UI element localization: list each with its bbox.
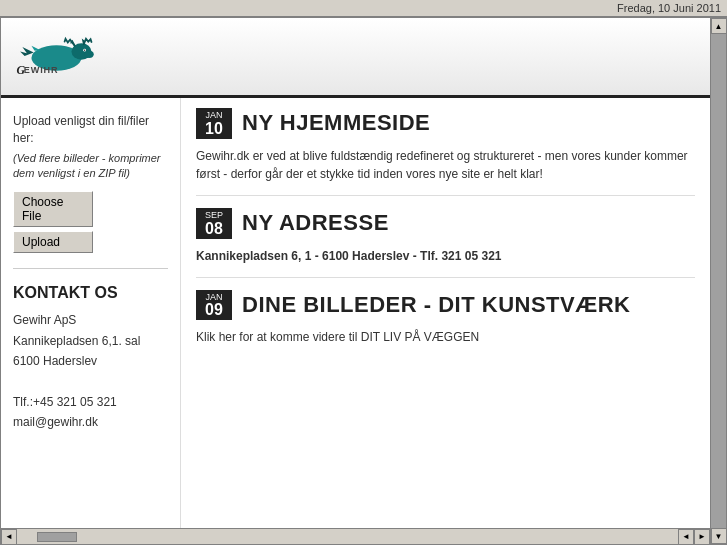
email[interactable]: mail@gewihr.dk bbox=[13, 412, 168, 432]
article-2-date: SEP 08 bbox=[196, 208, 232, 239]
horizontal-scrollbar[interactable] bbox=[17, 529, 678, 544]
svg-point-4 bbox=[84, 49, 85, 50]
scroll-right-button[interactable]: ► bbox=[694, 529, 710, 545]
scroll-down-icon: ▼ bbox=[715, 532, 723, 541]
scroll-right-icon: ► bbox=[698, 532, 706, 541]
upload-button[interactable]: Upload bbox=[13, 231, 93, 253]
article-1-title: NY HJEMMESIDE bbox=[242, 110, 430, 136]
bottom-right-buttons: ◄ ► bbox=[678, 529, 710, 545]
article-1: JAN 10 NY HJEMMESIDE Gewihr.dk er ved at… bbox=[196, 108, 695, 196]
address-line2: 6100 Haderslev bbox=[13, 351, 168, 371]
scroll-left-icon: ◄ bbox=[5, 532, 13, 541]
vertical-scrollbar: ▲ ▼ bbox=[710, 18, 726, 544]
article-2-header: SEP 08 NY ADRESSE bbox=[196, 208, 695, 239]
svg-text:EWIHR: EWIHR bbox=[24, 64, 59, 74]
site-header: G EWIHR bbox=[1, 18, 710, 98]
scroll-thumb-h[interactable] bbox=[37, 532, 77, 542]
email-link[interactable]: mail@gewihr.dk bbox=[13, 415, 98, 429]
kontakt-info: Gewihr ApS Kannikepladsen 6,1. sal 6100 … bbox=[13, 310, 168, 432]
phone: Tlf.:+45 321 05 321 bbox=[13, 392, 168, 412]
upload-label: Upload venligst din fil/filer her: bbox=[13, 113, 168, 147]
article-2-title: NY ADRESSE bbox=[242, 210, 389, 236]
browser-chrome: Fredag, 10 Juni 2011 bbox=[0, 0, 727, 17]
logo-container: G EWIHR bbox=[11, 27, 111, 87]
article-3-title: DINE BILLEDER - DIT KUNSTVÆRK bbox=[242, 292, 631, 318]
article-3-date: JAN 09 bbox=[196, 290, 232, 321]
content-area: JAN 10 NY HJEMMESIDE Gewihr.dk er ved at… bbox=[181, 98, 710, 528]
svg-point-2 bbox=[85, 50, 94, 57]
scroll-left-button[interactable]: ◄ bbox=[1, 529, 17, 545]
scroll-left-icon-2: ◄ bbox=[682, 532, 690, 541]
article-3-body[interactable]: Klik her for at komme videre til DIT LIV… bbox=[196, 328, 695, 346]
scroll-up-icon: ▲ bbox=[715, 22, 723, 31]
main-content: G EWIHR Upload venligst din fil/filer he… bbox=[1, 18, 710, 544]
article-2: SEP 08 NY ADRESSE Kannikepladsen 6, 1 - … bbox=[196, 208, 695, 278]
article-2-body: Kannikepladsen 6, 1 - 6100 Haderslev - T… bbox=[196, 247, 695, 265]
page-wrapper: G EWIHR Upload venligst din fil/filer he… bbox=[0, 17, 727, 545]
scroll-left-button-2[interactable]: ◄ bbox=[678, 529, 694, 545]
scroll-down-button[interactable]: ▼ bbox=[711, 528, 727, 544]
upload-note: (Ved flere billeder - komprimer dem venl… bbox=[13, 151, 168, 182]
bottom-bar: ◄ ◄ ► bbox=[1, 528, 710, 544]
sidebar-divider bbox=[13, 268, 168, 269]
scroll-track[interactable] bbox=[711, 34, 727, 528]
company-name: Gewihr ApS bbox=[13, 310, 168, 330]
kontakt-heading: KONTAKT OS bbox=[13, 284, 168, 302]
choose-file-button[interactable]: Choose File bbox=[13, 191, 93, 227]
article-1-date: JAN 10 bbox=[196, 108, 232, 139]
body-layout: Upload venligst din fil/filer her: (Ved … bbox=[1, 98, 710, 528]
address-line1: Kannikepladsen 6,1. sal bbox=[13, 331, 168, 351]
article-3: JAN 09 DINE BILLEDER - DIT KUNSTVÆRK Kli… bbox=[196, 290, 695, 359]
scroll-up-button[interactable]: ▲ bbox=[711, 18, 727, 34]
date-display: Fredag, 10 Juni 2011 bbox=[617, 2, 721, 14]
article-3-header: JAN 09 DINE BILLEDER - DIT KUNSTVÆRK bbox=[196, 290, 695, 321]
article-1-header: JAN 10 NY HJEMMESIDE bbox=[196, 108, 695, 139]
logo-svg: G EWIHR bbox=[11, 27, 111, 87]
article-1-body: Gewihr.dk er ved at blive fuldstændig re… bbox=[196, 147, 695, 183]
sidebar: Upload venligst din fil/filer her: (Ved … bbox=[1, 98, 181, 528]
